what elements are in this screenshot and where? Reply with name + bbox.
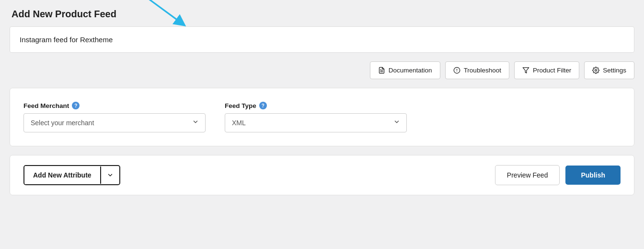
merchant-select-wrapper: Select your merchant (23, 113, 206, 132)
svg-point-8 (595, 70, 597, 71)
page-title: Add New Product Feed (10, 9, 634, 20)
feed-type-field-group: Feed Type ? XML CSV TSV TXT (225, 102, 407, 132)
settings-button[interactable]: Settings (584, 61, 634, 79)
preview-feed-button[interactable]: Preview Feed (495, 165, 560, 185)
merchant-label: Feed Merchant ? (23, 102, 206, 109)
feed-name-input[interactable] (10, 26, 634, 53)
bottom-bar: Add New Attribute Preview Feed Publish (10, 155, 634, 195)
feed-settings-card: Feed Merchant ? Select your merchant Fee… (10, 88, 634, 146)
feed-type-label: Feed Type ? (225, 102, 407, 109)
feed-type-select-wrapper: XML CSV TSV TXT (225, 113, 407, 132)
feed-type-select[interactable]: XML CSV TSV TXT (225, 113, 407, 132)
document-icon (378, 67, 385, 74)
add-attribute-main-button[interactable]: Add New Attribute (24, 166, 100, 184)
documentation-button[interactable]: Documentation (370, 61, 440, 79)
add-attribute-button[interactable]: Add New Attribute (23, 165, 120, 185)
settings-icon (592, 67, 599, 74)
merchant-help-icon[interactable]: ? (72, 102, 80, 109)
filter-icon (522, 67, 529, 74)
troubleshoot-button[interactable]: Troubleshoot (445, 61, 509, 79)
feed-type-help-icon[interactable]: ? (259, 102, 267, 109)
svg-marker-7 (523, 68, 529, 73)
merchant-field-group: Feed Merchant ? Select your merchant (23, 102, 206, 132)
add-attribute-chevron-icon[interactable] (100, 166, 119, 184)
publish-button[interactable]: Publish (565, 166, 621, 185)
toolbar: Documentation Troubleshoot Product Filte… (10, 61, 634, 79)
right-actions: Preview Feed Publish (495, 165, 621, 185)
fields-row: Feed Merchant ? Select your merchant Fee… (23, 102, 621, 132)
merchant-select[interactable]: Select your merchant (23, 113, 206, 132)
info-icon (453, 67, 460, 74)
product-filter-button[interactable]: Product Filter (514, 61, 579, 79)
